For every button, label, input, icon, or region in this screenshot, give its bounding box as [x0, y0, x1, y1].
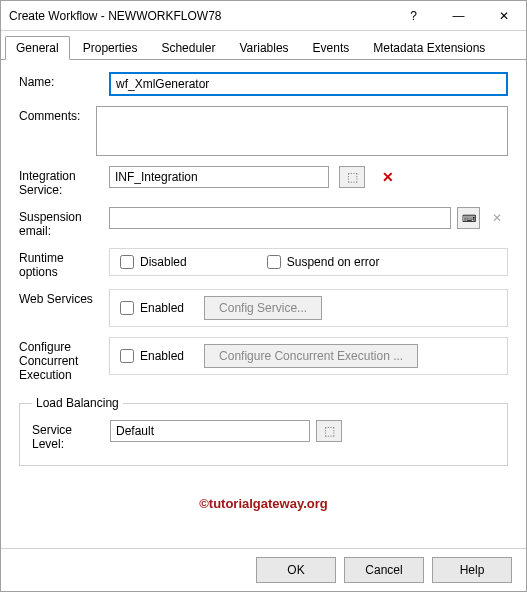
titlebar: Create Workflow - NEWWORKFLOW78 ? — ✕ [1, 1, 526, 31]
service-level-label: Service Level: [32, 420, 102, 451]
clear-integration-button[interactable]: ✕ [375, 166, 401, 188]
browse-integration-button[interactable]: ⬚ [339, 166, 365, 188]
comments-label: Comments: [19, 106, 88, 123]
email-clear-button[interactable]: ✕ [486, 207, 508, 229]
tab-bar: General Properties Scheduler Variables E… [1, 31, 526, 60]
watermark-text: ©tutorialgateway.org [19, 496, 508, 511]
suspension-email-input[interactable] [109, 207, 451, 229]
web-enabled-label: Enabled [140, 301, 184, 315]
close-button[interactable]: ✕ [481, 1, 526, 30]
minimize-button[interactable]: — [436, 1, 481, 30]
tab-content: Name: Comments: Integration Service: ⬚ ✕ [1, 60, 526, 548]
help-button[interactable]: ? [391, 1, 436, 30]
x-icon: ✕ [382, 169, 394, 185]
name-label: Name: [19, 72, 101, 89]
disabled-checkbox[interactable] [120, 255, 134, 269]
suspend-checkbox[interactable] [267, 255, 281, 269]
web-enabled-checkbox-wrap[interactable]: Enabled [120, 301, 184, 315]
load-balancing-legend: Load Balancing [32, 396, 123, 410]
concurrent-enabled-checkbox-wrap[interactable]: Enabled [120, 349, 184, 363]
window-title: Create Workflow - NEWWORKFLOW78 [9, 9, 391, 23]
web-services-label: Web Services [19, 289, 101, 306]
ok-button[interactable]: OK [256, 557, 336, 583]
tab-properties[interactable]: Properties [72, 36, 149, 60]
email-browse-button[interactable]: ⌨ [457, 207, 479, 229]
dialog-footer: OK Cancel Help [1, 548, 526, 591]
cube-icon: ⬚ [324, 424, 335, 438]
concurrent-enabled-checkbox[interactable] [120, 349, 134, 363]
service-level-input[interactable] [110, 420, 310, 442]
comments-input[interactable] [96, 106, 508, 156]
help-button-footer[interactable]: Help [432, 557, 512, 583]
keyboard-icon: ⌨ [462, 213, 476, 224]
name-input[interactable] [109, 72, 508, 96]
tab-metadata-extensions[interactable]: Metadata Extensions [362, 36, 496, 60]
concurrent-label: Configure Concurrent Execution [19, 337, 101, 382]
integration-label: Integration Service: [19, 166, 101, 197]
integration-service-input[interactable] [109, 166, 329, 188]
disabled-checkbox-label: Disabled [140, 255, 187, 269]
load-balancing-group: Load Balancing Service Level: ⬚ [19, 396, 508, 466]
service-level-browse-button[interactable]: ⬚ [316, 420, 342, 442]
config-service-button: Config Service... [204, 296, 322, 320]
x-icon: ✕ [492, 211, 502, 225]
tab-events[interactable]: Events [302, 36, 361, 60]
tab-general[interactable]: General [5, 36, 70, 60]
config-concurrent-button: Configure Concurrent Execution ... [204, 344, 418, 368]
suspend-checkbox-wrap[interactable]: Suspend on error [267, 255, 380, 269]
web-enabled-checkbox[interactable] [120, 301, 134, 315]
disabled-checkbox-wrap[interactable]: Disabled [120, 255, 187, 269]
cube-icon: ⬚ [347, 170, 358, 184]
tab-variables[interactable]: Variables [228, 36, 299, 60]
runtime-label: Runtime options [19, 248, 101, 279]
suspension-label: Suspension email: [19, 207, 101, 238]
cancel-button[interactable]: Cancel [344, 557, 424, 583]
tab-scheduler[interactable]: Scheduler [150, 36, 226, 60]
concurrent-enabled-label: Enabled [140, 349, 184, 363]
suspend-checkbox-label: Suspend on error [287, 255, 380, 269]
